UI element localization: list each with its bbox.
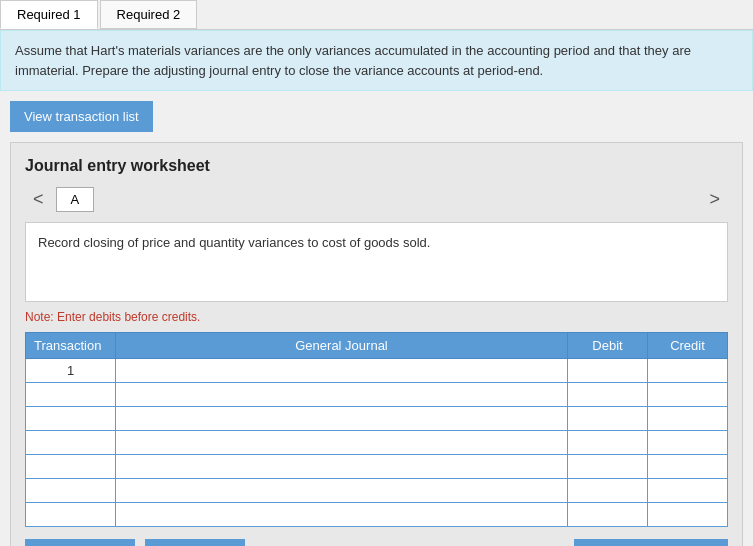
credit-input[interactable]: [648, 479, 727, 502]
record-entry-button[interactable]: Record entry: [25, 539, 135, 546]
debit-cell[interactable]: [568, 455, 648, 479]
credit-cell[interactable]: [648, 503, 728, 527]
debit-input[interactable]: [568, 359, 647, 382]
credit-cell[interactable]: [648, 383, 728, 407]
nav-right-arrow[interactable]: >: [701, 187, 728, 212]
debit-input[interactable]: [568, 383, 647, 406]
general-journal-cell[interactable]: [116, 407, 568, 431]
transaction-cell: [26, 431, 116, 455]
debit-cell[interactable]: [568, 407, 648, 431]
general-journal-cell[interactable]: [116, 431, 568, 455]
transaction-cell: [26, 383, 116, 407]
nav-row: < A >: [25, 187, 728, 212]
table-row: [26, 383, 728, 407]
debit-input[interactable]: [568, 479, 647, 502]
worksheet-container: Journal entry worksheet < A > Record clo…: [10, 142, 743, 546]
action-buttons: Record entry Clear entry View general jo…: [25, 539, 728, 546]
transaction-cell: [26, 479, 116, 503]
credit-cell[interactable]: [648, 407, 728, 431]
credit-input[interactable]: [648, 455, 727, 478]
credit-input[interactable]: [648, 383, 727, 406]
transaction-cell: [26, 407, 116, 431]
top-tabs: Required 1 Required 2: [0, 0, 753, 30]
nav-left-arrow[interactable]: <: [25, 187, 52, 212]
debit-input[interactable]: [568, 503, 647, 526]
col-header-debit: Debit: [568, 333, 648, 359]
general-journal-input[interactable]: [116, 407, 567, 430]
clear-entry-button[interactable]: Clear entry: [145, 539, 245, 546]
general-journal-input[interactable]: [116, 359, 567, 382]
info-box: Assume that Hart's materials variances a…: [0, 30, 753, 91]
table-row: [26, 431, 728, 455]
info-text: Assume that Hart's materials variances a…: [15, 43, 691, 78]
transaction-cell: [26, 503, 116, 527]
debit-cell[interactable]: [568, 359, 648, 383]
credit-input[interactable]: [648, 407, 727, 430]
debit-input[interactable]: [568, 455, 647, 478]
entry-tab-a[interactable]: A: [56, 187, 95, 212]
description-text: Record closing of price and quantity var…: [38, 235, 430, 250]
credit-cell[interactable]: [648, 359, 728, 383]
debit-cell[interactable]: [568, 479, 648, 503]
general-journal-input[interactable]: [116, 479, 567, 502]
credit-input[interactable]: [648, 359, 727, 382]
general-journal-cell[interactable]: [116, 503, 568, 527]
view-general-journal-button[interactable]: View general journal: [574, 539, 728, 546]
view-transaction-button[interactable]: View transaction list: [10, 101, 153, 132]
general-journal-input[interactable]: [116, 455, 567, 478]
tab-required-2[interactable]: Required 2: [100, 0, 198, 29]
transaction-cell: [26, 455, 116, 479]
debit-input[interactable]: [568, 431, 647, 454]
table-row: [26, 479, 728, 503]
table-row: [26, 407, 728, 431]
col-header-credit: Credit: [648, 333, 728, 359]
general-journal-cell[interactable]: [116, 359, 568, 383]
general-journal-cell[interactable]: [116, 455, 568, 479]
debit-cell[interactable]: [568, 383, 648, 407]
table-row: 1: [26, 359, 728, 383]
tab-required-1[interactable]: Required 1: [0, 0, 98, 29]
table-row: [26, 503, 728, 527]
credit-cell[interactable]: [648, 455, 728, 479]
credit-input[interactable]: [648, 431, 727, 454]
transaction-cell: 1: [26, 359, 116, 383]
general-journal-cell[interactable]: [116, 383, 568, 407]
credit-cell[interactable]: [648, 479, 728, 503]
note-text: Note: Enter debits before credits.: [25, 310, 728, 324]
general-journal-input[interactable]: [116, 431, 567, 454]
debit-cell[interactable]: [568, 431, 648, 455]
journal-table: Transaction General Journal Debit Credit…: [25, 332, 728, 527]
description-box: Record closing of price and quantity var…: [25, 222, 728, 302]
general-journal-input[interactable]: [116, 383, 567, 406]
credit-input[interactable]: [648, 503, 727, 526]
credit-cell[interactable]: [648, 431, 728, 455]
debit-input[interactable]: [568, 407, 647, 430]
table-row: [26, 455, 728, 479]
general-journal-cell[interactable]: [116, 479, 568, 503]
col-header-journal: General Journal: [116, 333, 568, 359]
worksheet-title: Journal entry worksheet: [25, 157, 728, 175]
debit-cell[interactable]: [568, 503, 648, 527]
general-journal-input[interactable]: [116, 503, 567, 526]
col-header-transaction: Transaction: [26, 333, 116, 359]
